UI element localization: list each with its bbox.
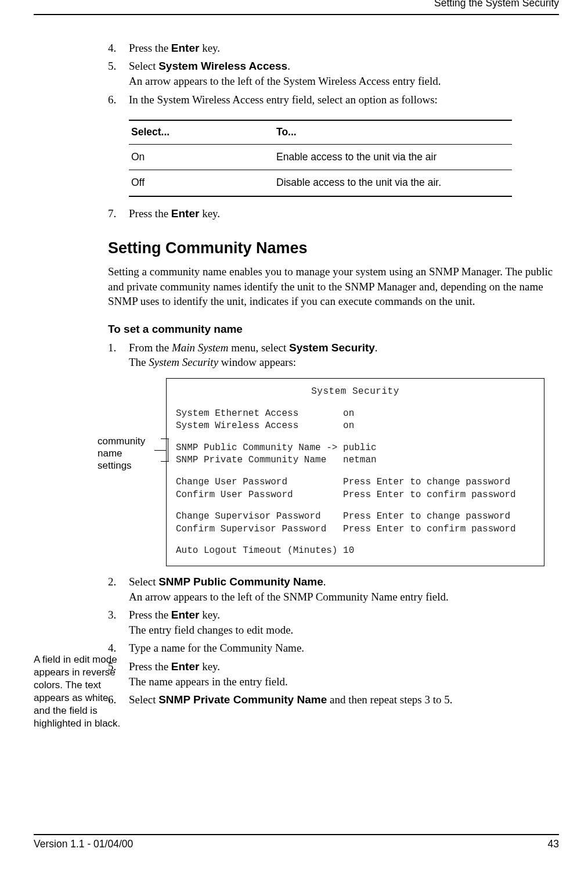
step-c6: 6. Select SNMP Private Community Name an…	[108, 692, 559, 707]
step-text-bold: Enter	[171, 42, 200, 54]
step-subtext: The entry field changes to edit mode.	[129, 623, 559, 638]
header-rule	[34, 14, 559, 15]
shot-row: Change Supervisor Password Press Enter t…	[176, 511, 535, 523]
callout-community-name-settings: community name settings	[98, 435, 154, 472]
callout-line: settings	[98, 459, 154, 472]
step-text-bold: Enter	[171, 609, 200, 621]
cell-select: Off	[129, 170, 274, 196]
step-text-mid: menu, select	[229, 341, 289, 354]
step-text-post: key.	[199, 42, 220, 54]
th-select: Select...	[129, 120, 274, 144]
shot-row: Confirm User Password Press Enter to con…	[176, 489, 535, 502]
step-text-post: .	[375, 341, 378, 354]
shot-row: System Ethernet Access on	[176, 408, 535, 420]
sub-post: window appears:	[218, 356, 296, 368]
step-text-pre: From the	[129, 341, 172, 354]
step-text-pre: Press the	[129, 609, 171, 621]
shot-title: System Security	[176, 386, 535, 398]
step-number: 4.	[108, 41, 116, 56]
step-text-pre: Press the	[129, 207, 171, 220]
step-c5: 5. Press the Enter key. The name appears…	[108, 659, 559, 689]
step-text: Type a name for the Community Name.	[129, 642, 304, 654]
step-text-post: key.	[199, 207, 220, 220]
options-table: Select... To... On Enable access to the …	[129, 120, 512, 197]
step-text-bold: SNMP Public Community Name	[158, 576, 323, 588]
cell-to: Disable access to the unit via the air.	[274, 170, 512, 196]
step-7: 7. Press the Enter key.	[108, 206, 559, 221]
sub-italic: System Security	[149, 356, 218, 368]
step-number: 7.	[108, 206, 116, 221]
step-b1: 1. From the Main System menu, select Sys…	[108, 340, 559, 370]
step-number: 3.	[108, 607, 116, 623]
system-security-screenshot: System Security System Ethernet Access o…	[166, 378, 544, 566]
callout-line: name	[98, 447, 154, 459]
step-text-pre: Press the	[129, 660, 171, 673]
step-subtext: An arrow appears to the left of the Syst…	[129, 74, 559, 89]
callout-line: community	[98, 435, 154, 447]
shot-row: System Wireless Access on	[176, 420, 535, 433]
steps-group-b: 1. From the Main System menu, select Sys…	[108, 340, 559, 370]
footer-version: Version 1.1 - 01/04/00	[34, 837, 133, 851]
step-text-pre: Press the	[129, 42, 171, 54]
sub-pre: The	[129, 356, 149, 368]
step-text-post: .	[287, 60, 290, 72]
shot-row: Confirm Supervisor Password Press Enter …	[176, 523, 535, 536]
shot-row: SNMP Private Community Name netman	[176, 454, 535, 467]
step-subtext: An arrow appears to the left of the SNMP…	[129, 589, 559, 605]
step-4: 4. Press the Enter key.	[108, 41, 559, 56]
running-header: Setting the System Security	[34, 0, 559, 10]
footer-rule	[34, 834, 559, 835]
step-text-bold: System Security	[289, 341, 375, 354]
step-text-pre: Select	[129, 576, 158, 588]
step-number: 5.	[108, 59, 116, 74]
step-text-pre: Select	[129, 60, 158, 72]
step-text-italic: Main System	[172, 341, 229, 354]
step-number: 2.	[108, 574, 116, 589]
shot-row: Auto Logout Timeout (Minutes) 10	[176, 545, 535, 558]
cell-select: On	[129, 144, 274, 170]
screenshot-wrap: community name settings System Security …	[98, 378, 559, 566]
step-text-post: .	[323, 576, 326, 588]
step-c4: 4. Type a name for the Community Name.	[108, 641, 559, 656]
running-header-text: Setting the System Security	[431, 0, 559, 10]
th-to: To...	[274, 120, 512, 144]
step-7-group: 7. Press the Enter key.	[108, 206, 559, 221]
step-text-bold: SNMP Private Community Name	[158, 693, 327, 706]
step-number: 1.	[108, 340, 116, 355]
page-footer: Version 1.1 - 01/04/00 43	[34, 834, 559, 851]
step-subtext: The System Security window appears:	[129, 355, 559, 370]
footer-page-number: 43	[548, 837, 559, 851]
content-column: 4. Press the Enter key. 5. Select System…	[108, 41, 559, 707]
cell-to: Enable access to the unit via the air	[274, 144, 512, 170]
step-6: 6. In the System Wireless Access entry f…	[108, 92, 559, 107]
section-body: Setting a community name enables you to …	[108, 264, 559, 309]
step-text-post: and then repeat steps 3 to 5.	[327, 693, 452, 706]
steps-group-c: 2. Select SNMP Public Community Name. An…	[108, 574, 559, 707]
table-row: Off Disable access to the unit via the a…	[129, 170, 512, 196]
step-c3: 3. Press the Enter key. The entry field …	[108, 607, 559, 637]
steps-group-a: 4. Press the Enter key. 5. Select System…	[108, 41, 559, 107]
step-text-post: key.	[199, 609, 220, 621]
step-text-post: key.	[199, 660, 220, 673]
step-text-bold: System Wireless Access	[158, 60, 287, 72]
step-subtext: The name appears in the entry field.	[129, 674, 559, 689]
step-number: 6.	[108, 92, 116, 107]
step-text-bold: Enter	[171, 207, 200, 220]
step-5: 5. Select System Wireless Access. An arr…	[108, 59, 559, 88]
shot-row: SNMP Public Community Name -> public	[176, 442, 535, 455]
shot-row: Change User Password Press Enter to chan…	[176, 476, 535, 489]
section-heading: Setting Community Names	[108, 238, 559, 258]
callout-bracket-icon	[154, 438, 168, 462]
step-c2: 2. Select SNMP Public Community Name. An…	[108, 574, 559, 604]
table-row: On Enable access to the unit via the air	[129, 144, 512, 170]
step-text-pre: Select	[129, 693, 158, 706]
step-text: In the System Wireless Access entry fiel…	[129, 94, 438, 106]
options-table-wrap: Select... To... On Enable access to the …	[129, 120, 559, 197]
step-text-bold: Enter	[171, 660, 200, 673]
margin-note-edit-mode: A field in edit mode appears in reverse …	[34, 653, 121, 731]
procedure-heading: To set a community name	[108, 322, 559, 337]
